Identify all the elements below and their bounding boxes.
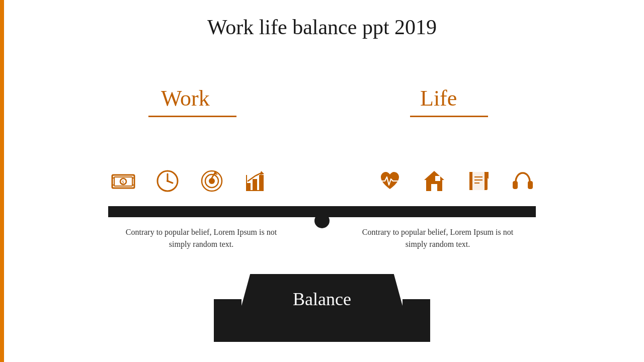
svg-rect-18 <box>253 179 257 190</box>
life-icons <box>372 163 540 199</box>
svg-rect-34 <box>528 181 533 189</box>
left-accent-bar <box>0 0 4 362</box>
svg-text:$: $ <box>122 179 124 185</box>
work-label: Work <box>161 85 210 111</box>
svg-marker-20 <box>260 171 264 175</box>
book-icon <box>461 163 496 199</box>
balance-label: Balance <box>293 289 351 310</box>
svg-point-11 <box>167 180 169 182</box>
target-icon <box>194 163 229 199</box>
headphones-icon <box>505 163 540 199</box>
svg-rect-25 <box>435 176 440 181</box>
balance-stand: Balance <box>236 274 408 324</box>
svg-rect-31 <box>469 172 472 190</box>
work-underline <box>148 116 236 117</box>
life-label: Life <box>420 85 457 111</box>
svg-rect-22 <box>246 175 247 190</box>
life-underline <box>410 116 488 117</box>
svg-rect-19 <box>259 175 264 190</box>
home-icon <box>417 163 452 199</box>
svg-rect-21 <box>246 190 264 191</box>
stand-left-notch <box>214 299 242 324</box>
svg-rect-27 <box>472 172 485 190</box>
work-text: Contrary to popular belief, Lorem Ipsum … <box>123 226 279 250</box>
chart-icon <box>238 163 274 199</box>
stand-right-notch <box>403 299 430 324</box>
balance-pedestal: Balance <box>236 274 408 324</box>
page-title: Work life balance ppt 2019 <box>207 15 437 39</box>
stand-top: Balance <box>236 274 408 324</box>
svg-point-14 <box>209 178 215 184</box>
heart-rate-icon <box>372 163 408 199</box>
svg-rect-33 <box>513 181 518 189</box>
money-icon: $ <box>106 163 141 199</box>
fulcrum-circle <box>314 213 330 228</box>
svg-rect-24 <box>431 184 437 191</box>
stand-base <box>214 324 430 342</box>
clock-icon <box>150 163 185 199</box>
work-icons: $ <box>106 163 274 199</box>
life-text: Contrary to popular belief, Lorem Ipsum … <box>360 226 516 250</box>
